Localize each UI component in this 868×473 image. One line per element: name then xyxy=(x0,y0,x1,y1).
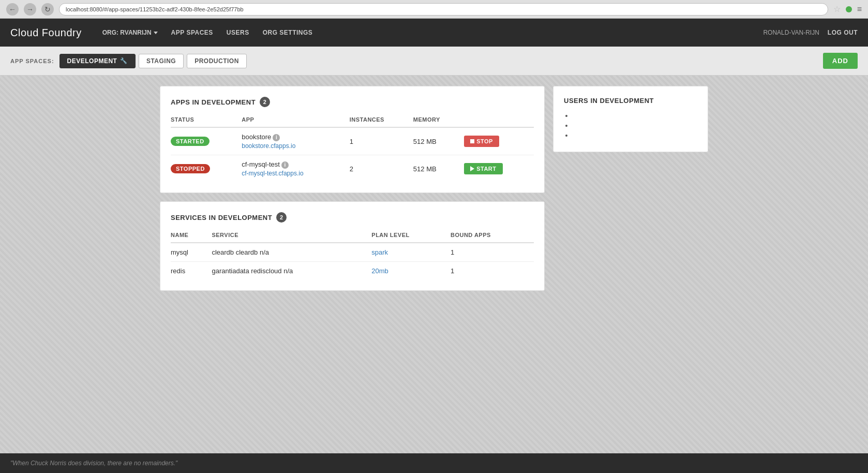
col-action xyxy=(464,114,534,127)
app-action-cell: STOP xyxy=(464,127,534,155)
list-item xyxy=(573,122,697,129)
users-list xyxy=(564,112,697,139)
col-bound-apps: BOUND APPS xyxy=(451,230,534,243)
url-text: localhost:8080/#/app-spaces/11253b2c-adf… xyxy=(66,6,244,12)
table-row: redisgarantiadata rediscloud n/a20mb1 xyxy=(171,262,534,280)
stop-button[interactable]: STOP xyxy=(464,136,499,147)
tab-staging[interactable]: STAGING xyxy=(139,54,184,68)
status-badge: STARTED xyxy=(171,137,209,146)
org-label: ORG: RVANRIJN xyxy=(102,29,152,36)
status-badge: STOPPED xyxy=(171,164,210,173)
apps-count-badge: 2 xyxy=(260,97,270,107)
service-type-cell: cleardb cleardb n/a xyxy=(212,243,371,262)
add-space-button[interactable]: ADD xyxy=(823,53,858,69)
browser-chrome: ← → ↻ localhost:8080/#/app-spaces/11253b… xyxy=(0,0,868,19)
apps-panel-title: APPS IN DEVELOPMENT 2 xyxy=(171,97,534,107)
col-status: STATUS xyxy=(171,114,242,127)
service-type-cell: garantiadata rediscloud n/a xyxy=(212,262,371,280)
service-name-cell: mysql xyxy=(171,243,212,262)
username: RONALD-VAN-RIJN xyxy=(763,29,819,36)
col-memory: MEMORY xyxy=(413,114,464,127)
content-wrapper: APPS IN DEVELOPMENT 2 STATUS APP INSTANC… xyxy=(160,86,708,443)
browser-status-icon xyxy=(846,6,852,12)
left-panel: APPS IN DEVELOPMENT 2 STATUS APP INSTANC… xyxy=(160,86,545,443)
service-name-cell: redis xyxy=(171,262,212,280)
services-table: NAME SERVICE PLAN LEVEL BOUND APPS mysql… xyxy=(171,230,534,280)
back-button[interactable]: ← xyxy=(6,3,19,16)
navbar-right: RONALD-VAN-RIJN LOG OUT xyxy=(763,29,858,36)
plan-link[interactable]: spark xyxy=(371,248,388,256)
service-plan-cell: spark xyxy=(371,243,451,262)
list-item xyxy=(573,112,697,120)
apps-panel-title-text: APPS IN DEVELOPMENT xyxy=(171,98,256,106)
org-settings-link[interactable]: ORG SETTINGS xyxy=(258,26,318,39)
app-memory-cell: 512 MB xyxy=(413,155,464,183)
col-name: NAME xyxy=(171,230,212,243)
app-name: cf-mysql-test xyxy=(242,160,280,168)
logout-button[interactable]: LOG OUT xyxy=(828,29,858,36)
forward-button[interactable]: → xyxy=(24,3,36,16)
app-instances-cell: 1 xyxy=(350,127,413,155)
apps-panel: APPS IN DEVELOPMENT 2 STATUS APP INSTANC… xyxy=(160,86,545,193)
app-spaces-label: APP SPACES: xyxy=(10,58,54,64)
app-url-link[interactable]: cf-mysql-test.cfapps.io xyxy=(242,170,345,177)
table-row: mysqlcleardb cleardb n/aspark1 xyxy=(171,243,534,262)
users-panel: USERS IN DEVELOPMENT xyxy=(553,86,708,152)
main-content: APPS IN DEVELOPMENT 2 STATUS APP INSTANC… xyxy=(0,76,868,453)
plan-link[interactable]: 20mb xyxy=(371,267,388,275)
tab-production[interactable]: PRODUCTION xyxy=(187,54,247,68)
org-dropdown[interactable]: ORG: RVANRIJN xyxy=(97,26,163,39)
tab-development[interactable]: DEVELOPMENT 🔧 xyxy=(59,54,136,68)
apps-table: STATUS APP INSTANCES MEMORY STARTEDbooks… xyxy=(171,114,534,182)
chevron-down-icon xyxy=(154,32,158,34)
right-panel: USERS IN DEVELOPMENT xyxy=(553,86,708,443)
bound-apps-cell: 1 xyxy=(451,243,534,262)
app-action-cell: START xyxy=(464,155,534,183)
col-app: APP xyxy=(242,114,349,127)
services-panel-title-text: SERVICES IN DEVELOPMENT xyxy=(171,214,272,221)
app-url-link[interactable]: bookstore.cfapps.io xyxy=(242,142,345,150)
app-status-cell: STOPPED xyxy=(171,155,242,183)
bookmark-icon[interactable]: ☆ xyxy=(833,4,841,14)
brand-logo[interactable]: Cloud Foundry xyxy=(10,27,82,39)
url-bar[interactable]: localhost:8080/#/app-spaces/11253b2c-adf… xyxy=(59,3,828,16)
list-item xyxy=(573,131,697,139)
stop-icon xyxy=(470,139,474,143)
info-icon[interactable]: i xyxy=(281,161,289,169)
col-service: SERVICE xyxy=(212,230,371,243)
app-memory-cell: 512 MB xyxy=(413,127,464,155)
tab-development-label: DEVELOPMENT xyxy=(67,57,117,65)
app-instances-cell: 2 xyxy=(350,155,413,183)
table-row: STARTEDbookstoreibookstore.cfapps.io1512… xyxy=(171,127,534,155)
navbar: Cloud Foundry ORG: RVANRIJN APP SPACES U… xyxy=(0,19,868,47)
info-icon[interactable]: i xyxy=(273,134,280,141)
tabs-bar: APP SPACES: DEVELOPMENT 🔧 STAGING PRODUC… xyxy=(0,47,868,76)
app-name: bookstore xyxy=(242,133,271,141)
services-count-badge: 2 xyxy=(276,212,287,223)
col-plan: PLAN LEVEL xyxy=(371,230,451,243)
app-spaces-link[interactable]: APP SPACES xyxy=(166,26,218,39)
browser-menu-icon[interactable]: ≡ xyxy=(857,5,862,14)
footer: "When Chuck Norris does division, there … xyxy=(0,453,868,473)
users-panel-title: USERS IN DEVELOPMENT xyxy=(564,97,697,105)
app-name-cell: bookstoreibookstore.cfapps.io xyxy=(242,127,349,155)
services-panel-title: SERVICES IN DEVELOPMENT 2 xyxy=(171,212,534,223)
services-panel: SERVICES IN DEVELOPMENT 2 NAME SERVICE P… xyxy=(160,201,545,291)
reload-button[interactable]: ↻ xyxy=(41,3,54,16)
app-status-cell: STARTED xyxy=(171,127,242,155)
users-link[interactable]: USERS xyxy=(221,26,255,39)
service-plan-cell: 20mb xyxy=(371,262,451,280)
col-instances: INSTANCES xyxy=(350,114,413,127)
start-icon xyxy=(470,166,474,171)
footer-quote: "When Chuck Norris does division, there … xyxy=(10,460,177,467)
wrench-icon: 🔧 xyxy=(120,57,128,64)
table-row: STOPPEDcf-mysql-testicf-mysql-test.cfapp… xyxy=(171,155,534,183)
app-name-cell: cf-mysql-testicf-mysql-test.cfapps.io xyxy=(242,155,349,183)
navbar-links: ORG: RVANRIJN APP SPACES USERS ORG SETTI… xyxy=(97,26,764,39)
users-panel-title-text: USERS IN DEVELOPMENT xyxy=(564,97,654,105)
start-button[interactable]: START xyxy=(464,163,502,174)
bound-apps-cell: 1 xyxy=(451,262,534,280)
